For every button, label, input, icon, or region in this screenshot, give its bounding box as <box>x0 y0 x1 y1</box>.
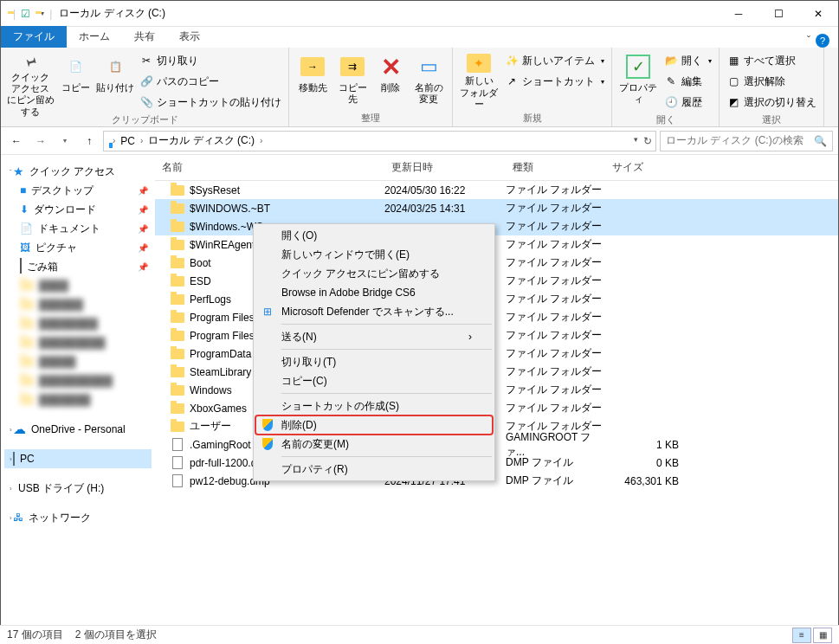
menu-copy[interactable]: コピー(C) <box>255 371 493 390</box>
column-date[interactable]: 更新日時 <box>384 160 506 175</box>
column-name[interactable]: 名前 <box>155 160 384 175</box>
paste-shortcut-icon: 📎 <box>139 95 153 109</box>
tab-share[interactable]: 共有 <box>122 26 167 48</box>
maximize-button[interactable]: ☐ <box>758 1 798 27</box>
item-size: 463,301 KB <box>605 475 679 487</box>
tab-view[interactable]: 表示 <box>167 26 212 48</box>
menu-defender[interactable]: ⊞Microsoft Defender でスキャンする... <box>255 302 493 321</box>
nav-onedrive[interactable]: ›☁OneDrive - Personal <box>4 420 152 439</box>
item-type: ファイル フォルダー <box>506 183 605 197</box>
nav-network[interactable]: ›🖧ネットワーク <box>4 508 152 527</box>
nav-quick-access[interactable]: ˇ★クイック アクセス <box>4 162 152 181</box>
paste-icon: 📋 <box>101 53 129 80</box>
nav-usb[interactable]: ›USB ドライブ (H:) <box>4 479 152 498</box>
menu-rename[interactable]: 名前の変更(M) <box>255 435 493 454</box>
copy-to-button[interactable]: ⇉コピー先 <box>334 49 371 110</box>
item-type: ファイル フォルダー <box>506 237 605 252</box>
nav-pc[interactable]: ›PC <box>4 449 152 468</box>
download-icon: ⬇ <box>20 203 29 216</box>
nav-recent-item[interactable]: ██████████ <box>4 371 152 390</box>
new-item-button[interactable]: ✨新しいアイテム▾ <box>503 51 606 70</box>
column-size[interactable]: サイズ <box>605 160 683 175</box>
recycle-icon <box>20 261 22 273</box>
checkbox-icon[interactable]: ☑ <box>21 8 30 20</box>
item-type: ファイル フォルダー <box>506 401 605 415</box>
pin-quick-access-button[interactable]: クイック アクセス にピン留めする <box>6 49 55 110</box>
nav-recent-item[interactable]: ████████ <box>4 314 152 333</box>
pin-icon: 📌 <box>138 186 148 196</box>
copy-path-button[interactable]: 🔗パスのコピー <box>138 72 283 91</box>
edit-button[interactable]: ✎編集 <box>662 72 713 91</box>
nav-documents[interactable]: 📄ドキュメント📌 <box>4 219 152 238</box>
breadcrumb-drive[interactable]: ローカル ディスク (C:) <box>148 133 255 148</box>
menu-open[interactable]: 開く(O) <box>255 226 493 245</box>
close-button[interactable]: ✕ <box>798 1 838 27</box>
minimize-button[interactable]: ─ <box>719 1 758 27</box>
thumbnails-view-button[interactable]: ▦ <box>813 628 832 643</box>
nav-recycle[interactable]: ごみ箱📌 <box>4 257 152 276</box>
nav-pictures[interactable]: 🖼ピクチャ📌 <box>4 238 152 257</box>
menu-properties[interactable]: プロパティ(R) <box>255 460 493 479</box>
ribbon-collapse-icon[interactable]: ˇ <box>807 35 810 47</box>
menu-pin-quick-access[interactable]: クイック アクセスにピン留めする <box>255 264 493 283</box>
delete-button[interactable]: ✕削除 <box>374 49 407 110</box>
open-button[interactable]: 📂開く▾ <box>662 51 713 70</box>
history-button[interactable]: 🕘履歴 <box>662 93 713 112</box>
cut-button[interactable]: ✂切り取り <box>138 51 283 70</box>
select-all-button[interactable]: ▦すべて選択 <box>725 51 818 70</box>
rename-button[interactable]: ▭名前の 変更 <box>410 49 447 110</box>
group-label-new: 新規 <box>458 110 606 126</box>
qat-separator: | <box>13 8 16 20</box>
forward-button[interactable]: → <box>30 131 51 151</box>
invert-selection-button[interactable]: ◩選択の切り替え <box>725 93 818 112</box>
nav-recent-item[interactable]: ████ <box>4 276 152 295</box>
menu-send-to[interactable]: 送る(N)› <box>255 327 493 346</box>
menu-delete[interactable]: 削除(D) <box>255 415 493 435</box>
folder-icon <box>20 357 34 367</box>
new-folder-button[interactable]: ✦新しい フォルダー <box>458 49 500 110</box>
nav-recent-item[interactable]: ███████ <box>4 390 152 409</box>
details-view-button[interactable]: ≡ <box>792 628 811 643</box>
pin-icon: 📌 <box>138 243 148 253</box>
search-input[interactable]: ローカル ディスク (C:)の検索 🔍 <box>660 131 833 151</box>
breadcrumb-pc[interactable]: PC <box>120 135 135 147</box>
properties-button[interactable]: ✓プロパティ <box>617 49 659 110</box>
tab-file[interactable]: ファイル <box>1 26 67 48</box>
nav-recent-item[interactable]: █████████ <box>4 333 152 352</box>
item-type: ファイル フォルダー <box>506 274 605 288</box>
paste-shortcut-button[interactable]: 📎ショートカットの貼り付け <box>138 93 283 112</box>
item-type: ファイル フォルダー <box>506 383 605 397</box>
menu-bridge[interactable]: Browse in Adobe Bridge CS6 <box>255 283 493 302</box>
refresh-icon[interactable]: ↻ <box>643 135 652 147</box>
menu-create-shortcut[interactable]: ショートカットの作成(S) <box>255 396 493 415</box>
recent-button[interactable]: ▾ <box>55 131 75 151</box>
tab-home[interactable]: ホーム <box>67 26 122 48</box>
move-to-button[interactable]: →移動先 <box>294 49 331 110</box>
chevron-right-icon[interactable]: › <box>256 136 266 145</box>
item-name: $SysReset <box>190 184 384 196</box>
breadcrumb[interactable]: › PC › ローカル ディスク (C:) › ▾ ↻ <box>103 131 656 151</box>
select-none-button[interactable]: ▢選択解除 <box>725 72 818 91</box>
nav-downloads[interactable]: ⬇ダウンロード📌 <box>4 200 152 219</box>
menu-cut[interactable]: 切り取り(T) <box>255 352 493 371</box>
item-date: 2024/05/30 16:22 <box>384 184 506 196</box>
copy-button[interactable]: 📄 コピー <box>58 49 93 110</box>
nav-recent-item[interactable]: ██████ <box>4 295 152 314</box>
chevron-right-icon[interactable]: › <box>137 136 146 145</box>
help-icon[interactable]: ? <box>816 34 829 48</box>
up-button[interactable]: ↑ <box>79 131 100 151</box>
menu-open-new-window[interactable]: 新しいウィンドウで開く(E) <box>255 245 493 264</box>
dropdown-icon[interactable]: ▾ <box>634 135 638 147</box>
list-item[interactable]: $SysReset2024/05/30 16:22ファイル フォルダー <box>155 181 838 199</box>
shortcut-button[interactable]: ↗ショートカット▾ <box>503 72 606 91</box>
paste-button[interactable]: 📋 貼り付け <box>96 49 134 110</box>
back-button[interactable]: ← <box>6 131 27 151</box>
column-headers: 名前 更新日時 種類 サイズ <box>155 155 838 181</box>
column-type[interactable]: 種類 <box>506 160 605 175</box>
nav-recent-item[interactable]: █████ <box>4 352 152 371</box>
copy-path-icon: 🔗 <box>139 74 153 88</box>
item-type: ファイル フォルダー <box>506 219 605 234</box>
list-item[interactable]: $WINDOWS.~BT2024/03/25 14:31ファイル フォルダー <box>155 199 838 217</box>
search-icon: 🔍 <box>814 135 827 147</box>
nav-desktop[interactable]: ■デスクトップ📌 <box>4 181 152 200</box>
